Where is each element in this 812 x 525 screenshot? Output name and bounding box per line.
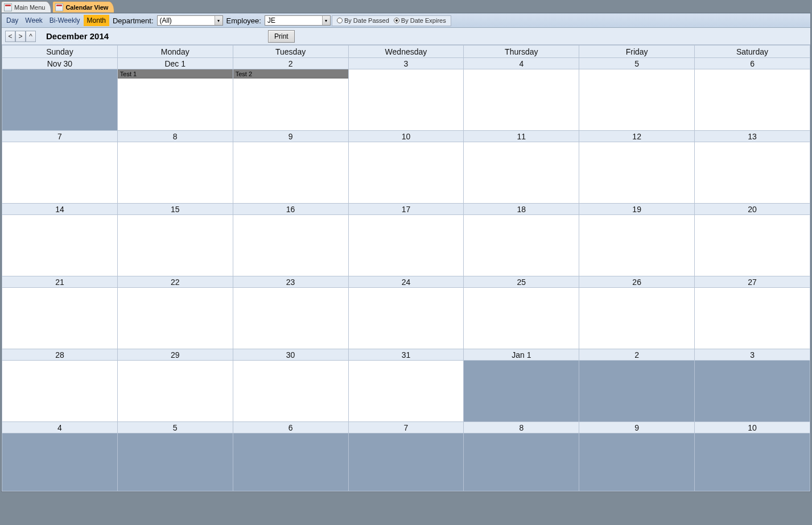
day-cell[interactable] [348, 69, 464, 131]
up-button[interactable]: ^ [26, 31, 36, 42]
date-number-cell[interactable]: 5 [117, 422, 233, 433]
day-cell[interactable] [348, 361, 464, 422]
date-number-cell[interactable]: 22 [117, 276, 233, 288]
day-cell[interactable] [348, 215, 464, 276]
date-number-cell[interactable]: 13 [695, 131, 810, 142]
day-cell[interactable] [233, 142, 348, 204]
day-cell[interactable] [695, 288, 810, 349]
calendar-event[interactable]: Test 2 [233, 69, 348, 78]
date-number-cell[interactable]: 10 [695, 422, 810, 433]
date-number-cell[interactable]: 31 [348, 349, 464, 361]
date-number-cell[interactable]: 10 [348, 131, 464, 142]
date-number-cell[interactable]: 9 [233, 131, 348, 142]
day-cell[interactable] [695, 142, 810, 204]
day-cell[interactable] [579, 215, 695, 276]
employee-combo[interactable]: ▾ [265, 15, 331, 26]
day-cell[interactable] [2, 288, 118, 349]
day-cell[interactable] [117, 288, 233, 349]
date-number-cell[interactable]: 29 [117, 349, 233, 361]
date-number-cell[interactable]: Nov 30 [2, 58, 118, 69]
radio-by-date-expires[interactable]: By Date Expires [394, 17, 446, 24]
day-cell[interactable] [2, 69, 118, 131]
day-cell[interactable] [2, 215, 118, 276]
day-cell[interactable] [117, 142, 233, 204]
day-cell[interactable] [464, 215, 579, 276]
day-cell[interactable] [695, 361, 810, 422]
date-number-cell[interactable]: 14 [2, 204, 118, 215]
day-cell[interactable] [464, 142, 579, 204]
calendar-event[interactable]: Test 1 [118, 69, 233, 78]
day-cell[interactable] [233, 433, 348, 491]
day-cell[interactable] [579, 142, 695, 204]
date-number-cell[interactable]: 20 [695, 204, 810, 215]
date-number-cell[interactable]: Jan 1 [464, 349, 579, 361]
date-number-cell[interactable]: 2 [579, 349, 695, 361]
tab-calendar-view[interactable]: Calendar View [52, 1, 114, 13]
date-number-cell[interactable]: 17 [348, 204, 464, 215]
date-number-cell[interactable]: 26 [579, 276, 695, 288]
department-input[interactable] [158, 16, 215, 25]
date-number-cell[interactable]: 2 [233, 58, 348, 69]
day-cell[interactable] [233, 215, 348, 276]
view-week-button[interactable]: Week [22, 15, 46, 26]
date-number-cell[interactable]: 3 [348, 58, 464, 69]
day-cell[interactable] [695, 69, 810, 131]
date-number-cell[interactable]: 12 [579, 131, 695, 142]
date-number-cell[interactable]: 11 [464, 131, 579, 142]
date-number-cell[interactable]: 7 [348, 422, 464, 433]
date-number-cell[interactable]: 19 [579, 204, 695, 215]
date-number-cell[interactable]: 15 [117, 204, 233, 215]
date-number-cell[interactable]: 24 [348, 276, 464, 288]
date-number-cell[interactable]: 27 [695, 276, 810, 288]
date-number-cell[interactable]: Dec 1 [117, 58, 233, 69]
date-number-cell[interactable]: 30 [233, 349, 348, 361]
day-cell[interactable] [579, 361, 695, 422]
view-biweekly-button[interactable]: Bi-Weekly [46, 15, 84, 26]
tab-main-menu[interactable]: Main Menu [1, 1, 51, 13]
department-combo[interactable]: ▾ [157, 15, 223, 26]
date-number-cell[interactable]: 16 [233, 204, 348, 215]
date-number-cell[interactable]: 3 [695, 349, 810, 361]
date-number-cell[interactable]: 4 [2, 422, 118, 433]
day-cell[interactable] [117, 433, 233, 491]
view-day-button[interactable]: Day [3, 15, 22, 26]
date-number-cell[interactable]: 21 [2, 276, 118, 288]
day-cell[interactable] [464, 288, 579, 349]
day-cell[interactable] [233, 361, 348, 422]
date-number-cell[interactable]: 8 [117, 131, 233, 142]
day-cell[interactable] [464, 433, 579, 491]
chevron-down-icon[interactable]: ▾ [215, 16, 222, 25]
print-button[interactable]: Print [268, 30, 295, 43]
day-cell[interactable] [579, 288, 695, 349]
day-cell[interactable] [695, 433, 810, 491]
day-cell[interactable]: Test 2 [233, 69, 348, 131]
date-number-cell[interactable]: 8 [464, 422, 579, 433]
date-number-cell[interactable]: 18 [464, 204, 579, 215]
day-cell[interactable] [348, 433, 464, 491]
chevron-down-icon[interactable]: ▾ [322, 16, 330, 25]
date-number-cell[interactable]: 23 [233, 276, 348, 288]
day-cell[interactable] [464, 69, 579, 131]
date-number-cell[interactable]: 6 [233, 422, 348, 433]
date-number-cell[interactable]: 6 [695, 58, 810, 69]
date-number-cell[interactable]: 7 [2, 131, 118, 142]
view-month-button[interactable]: Month [84, 15, 109, 26]
day-cell[interactable] [2, 142, 118, 204]
day-cell[interactable] [348, 288, 464, 349]
day-cell[interactable] [2, 433, 118, 491]
day-cell[interactable] [2, 361, 118, 422]
next-button[interactable]: > [15, 31, 26, 42]
date-number-cell[interactable]: 4 [464, 58, 579, 69]
day-cell[interactable] [464, 361, 579, 422]
date-number-cell[interactable]: 5 [579, 58, 695, 69]
day-cell[interactable] [579, 69, 695, 131]
date-number-cell[interactable]: 9 [579, 422, 695, 433]
radio-by-date-passed[interactable]: By Date Passed [337, 17, 389, 24]
day-cell[interactable] [233, 288, 348, 349]
day-cell[interactable] [117, 361, 233, 422]
day-cell[interactable] [579, 433, 695, 491]
day-cell[interactable] [695, 215, 810, 276]
day-cell[interactable] [348, 142, 464, 204]
prev-button[interactable]: < [5, 31, 15, 42]
date-number-cell[interactable]: 28 [2, 349, 118, 361]
